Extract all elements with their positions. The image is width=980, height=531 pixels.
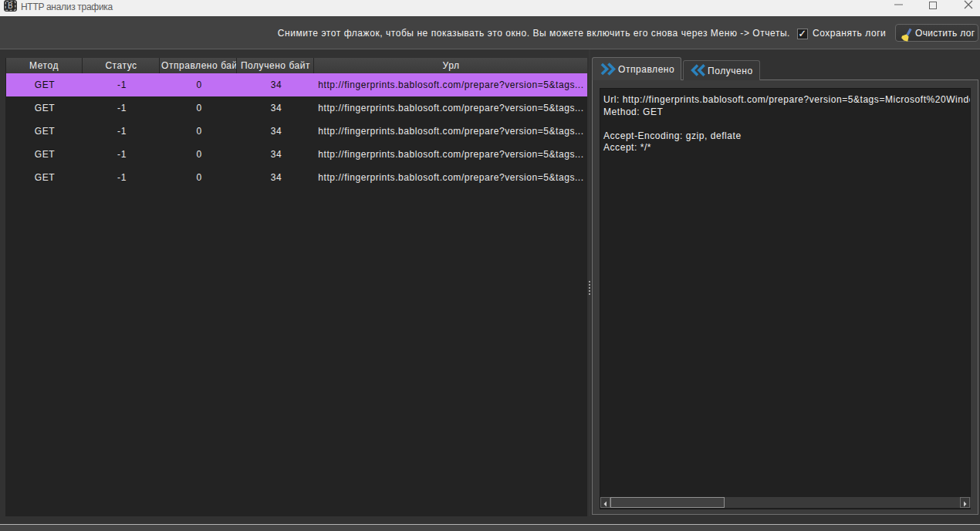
svg-text:B: B	[8, 2, 13, 10]
